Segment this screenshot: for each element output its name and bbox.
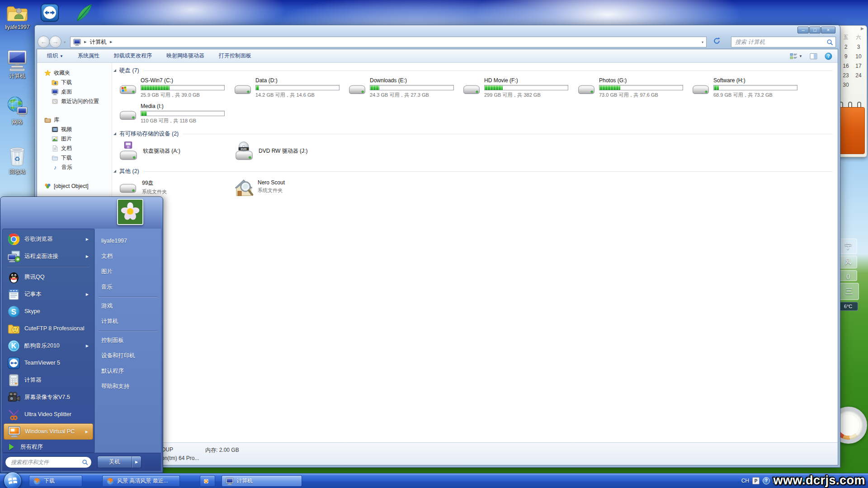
address-dropdown-icon[interactable]: ▾ bbox=[702, 40, 703, 44]
address-bar[interactable]: ▶ 计算机 ▶ ▾ bbox=[70, 37, 707, 47]
start-menu-item-skype[interactable]: Skype bbox=[4, 303, 93, 319]
system-properties-button[interactable]: 系统属性 bbox=[78, 52, 99, 60]
drive-f[interactable]: HD Movie (F:) 299 GB 可用，共 382 GB bbox=[462, 77, 572, 99]
breadcrumb-arrow-icon[interactable]: ▶ bbox=[110, 40, 112, 44]
weather-gadget-fragment[interactable]: 风 bbox=[839, 256, 857, 268]
virtual-pc-icon bbox=[8, 425, 21, 438]
breadcrumb-arrow-icon[interactable]: ▶ bbox=[84, 40, 86, 44]
taskbar-button-downloads[interactable]: 下载 bbox=[29, 475, 82, 487]
hard-drive-icon bbox=[576, 81, 596, 96]
refresh-button[interactable] bbox=[711, 37, 722, 47]
start-menu-documents[interactable]: 文档 bbox=[95, 249, 161, 264]
minimize-button[interactable]: – bbox=[797, 27, 809, 33]
all-programs-button[interactable]: 所有程序 bbox=[4, 441, 93, 453]
desktop-icon-recycle-bin[interactable]: 回收站 bbox=[0, 144, 35, 176]
shutdown-button[interactable]: 关机 ▶ bbox=[97, 456, 142, 468]
sidebar-item-desktop[interactable]: 桌面 bbox=[37, 87, 112, 97]
weather-gadget-fragment[interactable]: 宁 bbox=[839, 239, 857, 254]
start-menu-item-video-splitter[interactable]: Ultra Video Splitter bbox=[4, 406, 93, 422]
map-network-drive-button[interactable]: 映射网络驱动器 bbox=[166, 52, 204, 60]
language-indicator[interactable]: CH bbox=[741, 478, 749, 484]
desktop-icon-photoshop[interactable] bbox=[74, 3, 94, 24]
start-menu-devices-printers[interactable]: 设备和打印机 bbox=[95, 348, 161, 363]
item-nero-scout[interactable]: Nero Scout系统文件夹 bbox=[234, 178, 285, 198]
taskbar-button-media-player[interactable] bbox=[200, 475, 215, 487]
sidebar-item-favorites[interactable]: 收藏夹 bbox=[37, 68, 112, 78]
organize-menu[interactable]: 组织▼ bbox=[47, 52, 63, 60]
forward-button[interactable]: → bbox=[49, 36, 61, 48]
weather-temperature[interactable]: 6°C bbox=[838, 302, 858, 311]
start-menu-games[interactable]: 游戏 bbox=[95, 298, 161, 314]
sidebar-item-recent-places[interactable]: 最近访问的位置 bbox=[37, 97, 112, 106]
desktop-icon-computer[interactable]: 计算机 bbox=[0, 50, 35, 80]
titlebar[interactable]: – □ × bbox=[35, 25, 840, 35]
start-menu-item-windows-virtual-pc[interactable]: Windows Virtual PC bbox=[4, 423, 93, 440]
open-control-panel-button[interactable]: 打开控制面板 bbox=[219, 52, 251, 60]
drive-c[interactable]: OS-Win7 (C:) 25.9 GB 可用，共 39.0 GB bbox=[118, 77, 229, 99]
dvd-drive-icon bbox=[234, 141, 255, 161]
item-99-disk[interactable]: 99盘系统文件夹 bbox=[118, 178, 167, 198]
start-menu-default-programs[interactable]: 默认程序 bbox=[95, 363, 161, 379]
start-menu-computer[interactable]: 计算机 bbox=[95, 314, 161, 329]
taskbar-button-firefox-page[interactable]: 风景 高清风景 最近... bbox=[102, 475, 180, 487]
start-menu-item-teamviewer[interactable]: TeamViewer 5 bbox=[4, 355, 93, 371]
sidebar-item-homegroup[interactable]: [object Object] bbox=[37, 181, 112, 191]
sidebar-item-videos[interactable]: 视频 bbox=[37, 125, 112, 134]
start-button[interactable] bbox=[4, 472, 22, 488]
section-header-removable[interactable]: 有可移动存储的设备 (2) bbox=[113, 130, 832, 138]
start-menu-control-panel[interactable]: 控制面板 bbox=[95, 333, 161, 348]
sidebar-item-downloads[interactable]: 下载 bbox=[37, 78, 112, 87]
breadcrumb-computer[interactable]: 计算机 bbox=[90, 38, 107, 46]
search-input[interactable] bbox=[734, 38, 820, 47]
ime-help-icon[interactable]: ? bbox=[763, 477, 770, 484]
sidebar-item-music[interactable]: ♪音乐 bbox=[37, 163, 112, 172]
weather-gadget-fragment[interactable]: () bbox=[839, 270, 857, 281]
desktop-icon-teamviewer[interactable] bbox=[40, 3, 60, 24]
start-menu-item-calculator[interactable]: 计算器 bbox=[4, 372, 93, 388]
taskbar-button-computer[interactable]: 计算机 bbox=[222, 475, 302, 487]
teamviewer-icon bbox=[7, 357, 20, 370]
drive-d[interactable]: Data (D:) 14.2 GB 可用，共 14.6 GB bbox=[233, 77, 344, 99]
sidebar-item-downloads-lib[interactable]: 下载 bbox=[37, 153, 112, 163]
drive-h[interactable]: Software (H:) 68.9 GB 可用，共 73.2 GB bbox=[691, 77, 802, 99]
start-menu-item-notepad[interactable]: 记事本 bbox=[4, 286, 93, 302]
gadget-expand-icon[interactable]: ▶ bbox=[861, 26, 864, 31]
back-button[interactable]: ← bbox=[38, 36, 50, 48]
sidebar-item-pictures[interactable]: 图片 bbox=[37, 134, 112, 144]
start-menu-item-qq[interactable]: 腾讯QQ bbox=[4, 269, 93, 285]
start-menu-help-support[interactable]: 帮助和支持 bbox=[95, 379, 161, 394]
sidebar-item-documents[interactable]: 文档 bbox=[37, 144, 112, 153]
help-button[interactable] bbox=[825, 52, 832, 60]
start-menu-user-link[interactable]: liyafe1997 bbox=[95, 233, 161, 249]
start-menu-item-remote-desktop[interactable]: 远程桌面连接 bbox=[4, 248, 93, 264]
start-menu-pictures[interactable]: 图片 bbox=[95, 264, 161, 279]
start-menu-item-cuteftp[interactable]: CuteFTP 8 Professional bbox=[4, 320, 93, 337]
start-menu-item-screen-recorder[interactable]: 屏幕录像专家V7.5 bbox=[4, 389, 93, 405]
start-search-input[interactable] bbox=[10, 458, 78, 467]
recent-pages-caret-icon[interactable]: ▾ bbox=[64, 40, 66, 44]
computer-icon bbox=[6, 50, 28, 71]
desktop-icon-user-folder[interactable]: liyafe1997 bbox=[0, 4, 35, 30]
uninstall-program-button[interactable]: 卸载或更改程序 bbox=[114, 52, 152, 60]
drive-e[interactable]: Downloads (E:) 24.3 GB 可用，共 27.3 GB bbox=[347, 77, 458, 99]
preview-pane-button[interactable] bbox=[810, 53, 817, 60]
maximize-button[interactable]: □ bbox=[809, 27, 821, 33]
drive-i[interactable]: Media (I:) 110 GB 可用，共 118 GB bbox=[118, 103, 229, 125]
ime-mode-icon[interactable]: P bbox=[752, 477, 760, 484]
shutdown-options-arrow-icon[interactable]: ▶ bbox=[132, 460, 141, 464]
views-button[interactable]: ▼ bbox=[790, 53, 802, 60]
weather-gadget-fragment[interactable]: 三 bbox=[839, 283, 859, 300]
dvd-drive-j[interactable]: DVD RW 驱动器 (J:) bbox=[234, 141, 307, 161]
drive-g[interactable]: Photos (G:) 73.0 GB 可用，共 97.6 GB bbox=[576, 77, 687, 99]
sidebar-item-libraries[interactable]: 库 bbox=[37, 115, 112, 125]
search-icon[interactable] bbox=[826, 39, 833, 46]
user-avatar[interactable] bbox=[117, 199, 143, 225]
start-menu-music[interactable]: 音乐 bbox=[95, 279, 161, 295]
start-menu-item-chrome[interactable]: 谷歌浏览器 bbox=[4, 231, 93, 247]
desktop-icon-network[interactable]: 网络 bbox=[0, 96, 35, 126]
floppy-drive-a[interactable]: 软盘驱动器 (A:) bbox=[118, 141, 180, 161]
close-button[interactable]: × bbox=[821, 27, 835, 33]
start-menu-item-kugou[interactable]: 酷狗音乐2010 bbox=[4, 338, 93, 354]
section-header-other[interactable]: 其他 (2) bbox=[113, 167, 832, 175]
section-header-hard-disks[interactable]: 硬盘 (7) bbox=[113, 66, 832, 75]
